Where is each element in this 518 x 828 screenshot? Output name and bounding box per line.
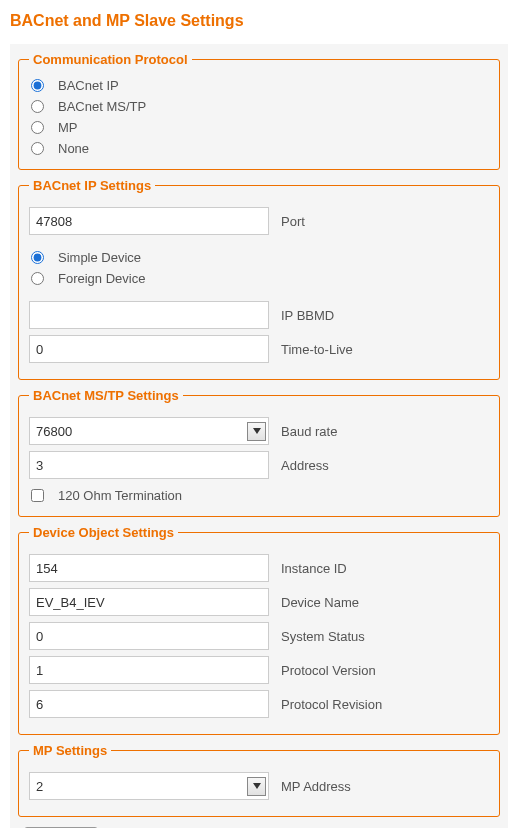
device-name-label: Device Name [281, 595, 359, 610]
settings-panel: Communication Protocol BACnet IP BACnet … [10, 44, 508, 828]
page-title: BACnet and MP Slave Settings [10, 12, 508, 30]
chevron-down-icon [247, 777, 266, 796]
baud-label: Baud rate [281, 424, 337, 439]
port-input[interactable] [29, 207, 269, 235]
bacnet-ip-fieldset: BACnet IP Settings Port Simple Device Fo… [18, 178, 500, 380]
proto-rev-label: Protocol Revision [281, 697, 382, 712]
simple-device-radio[interactable] [31, 251, 44, 264]
device-object-fieldset: Device Object Settings Instance ID Devic… [18, 525, 500, 735]
foreign-device-row: Foreign Device [29, 268, 489, 289]
simple-device-row: Simple Device [29, 247, 489, 268]
svg-marker-1 [253, 783, 261, 789]
comm-proto-none-row: None [29, 138, 489, 159]
bacnet-ip-legend: BACnet IP Settings [29, 178, 155, 193]
bacnet-mstp-legend: BACnet MS/TP Settings [29, 388, 183, 403]
device-object-legend: Device Object Settings [29, 525, 178, 540]
ip-bbmd-row: IP BBMD [29, 301, 489, 329]
simple-device-label: Simple Device [58, 250, 141, 265]
comm-proto-bacnet-mstp-row: BACnet MS/TP [29, 96, 489, 117]
termination-label: 120 Ohm Termination [58, 488, 182, 503]
proto-rev-input[interactable] [29, 690, 269, 718]
sys-status-label: System Status [281, 629, 365, 644]
mp-address-select[interactable]: 2 [29, 772, 269, 800]
mstp-address-input[interactable] [29, 451, 269, 479]
instance-id-row: Instance ID [29, 554, 489, 582]
svg-marker-0 [253, 428, 261, 434]
proto-ver-row: Protocol Version [29, 656, 489, 684]
comm-proto-bacnet-mstp-label: BACnet MS/TP [58, 99, 146, 114]
mp-settings-legend: MP Settings [29, 743, 111, 758]
comm-proto-bacnet-ip-label: BACnet IP [58, 78, 119, 93]
chevron-down-icon [247, 422, 266, 441]
mstp-address-label: Address [281, 458, 329, 473]
comm-proto-bacnet-ip-row: BACnet IP [29, 75, 489, 96]
ttl-row: Time-to-Live [29, 335, 489, 363]
comm-proto-none-label: None [58, 141, 89, 156]
comm-proto-mp-label: MP [58, 120, 78, 135]
comm-protocol-legend: Communication Protocol [29, 52, 192, 67]
baud-row: 76800 Baud rate [29, 417, 489, 445]
foreign-device-label: Foreign Device [58, 271, 145, 286]
port-label: Port [281, 214, 305, 229]
bacnet-mstp-fieldset: BACnet MS/TP Settings 76800 Baud rate Ad… [18, 388, 500, 517]
device-name-input[interactable] [29, 588, 269, 616]
mstp-address-row: Address [29, 451, 489, 479]
sys-status-row: System Status [29, 622, 489, 650]
comm-proto-mp-row: MP [29, 117, 489, 138]
mp-address-row: 2 MP Address [29, 772, 489, 800]
instance-id-label: Instance ID [281, 561, 347, 576]
termination-checkbox[interactable] [31, 489, 44, 502]
sys-status-input[interactable] [29, 622, 269, 650]
mp-address-select-value: 2 [36, 779, 43, 794]
mp-address-label: MP Address [281, 779, 351, 794]
comm-proto-mp-radio[interactable] [31, 121, 44, 134]
ip-bbmd-label: IP BBMD [281, 308, 334, 323]
port-row: Port [29, 207, 489, 235]
baud-select[interactable]: 76800 [29, 417, 269, 445]
proto-ver-label: Protocol Version [281, 663, 376, 678]
device-name-row: Device Name [29, 588, 489, 616]
ttl-input[interactable] [29, 335, 269, 363]
baud-select-value: 76800 [36, 424, 72, 439]
proto-rev-row: Protocol Revision [29, 690, 489, 718]
ttl-label: Time-to-Live [281, 342, 353, 357]
proto-ver-input[interactable] [29, 656, 269, 684]
comm-proto-bacnet-ip-radio[interactable] [31, 79, 44, 92]
foreign-device-radio[interactable] [31, 272, 44, 285]
ip-bbmd-input[interactable] [29, 301, 269, 329]
comm-proto-bacnet-mstp-radio[interactable] [31, 100, 44, 113]
mp-settings-fieldset: MP Settings 2 MP Address [18, 743, 500, 817]
termination-row: 120 Ohm Termination [29, 485, 489, 506]
comm-proto-none-radio[interactable] [31, 142, 44, 155]
instance-id-input[interactable] [29, 554, 269, 582]
comm-protocol-fieldset: Communication Protocol BACnet IP BACnet … [18, 52, 500, 170]
